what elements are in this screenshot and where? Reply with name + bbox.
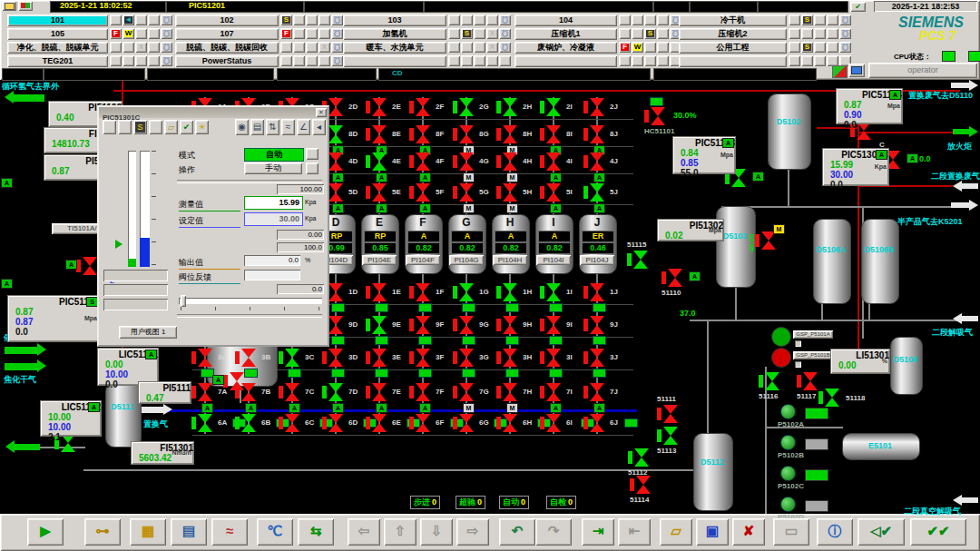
group-icon[interactable] [118, 120, 132, 134]
valve-3H[interactable] [500, 349, 520, 367]
prev-view-icon[interactable]: ◂ [312, 119, 326, 135]
user-view-button[interactable]: 用户视图 1 [119, 326, 177, 339]
valve-4G[interactable] [456, 153, 476, 171]
undo-picture-button[interactable]: ↶ [499, 518, 535, 546]
nav-back-button[interactable]: ⇦ [348, 518, 380, 546]
valve-8G[interactable] [456, 125, 476, 143]
valve-6B[interactable] [239, 414, 259, 432]
valve-3E[interactable] [369, 349, 389, 367]
close-icon[interactable]: ✕ [316, 108, 327, 117]
op-more-button[interactable] [306, 162, 318, 174]
nav-button-压缩机2[interactable]: 压缩机2 [679, 28, 787, 40]
valve-6H[interactable] [500, 414, 520, 432]
valve-1I[interactable] [544, 283, 564, 301]
instrument-PIC51301C[interactable]: PIC51301C15.9930.000.0KpaA [822, 148, 889, 186]
ack-bell-button[interactable]: Ω [839, 42, 851, 53]
check-icon-button[interactable]: ✔ [850, 2, 866, 12]
nav-up-button[interactable]: ⇧ [384, 518, 416, 546]
valve-1J[interactable] [587, 283, 607, 301]
valve-1G[interactable] [456, 283, 476, 301]
output-slider[interactable] [179, 298, 322, 304]
mode-value-button[interactable]: 自动 [244, 148, 304, 162]
picture-switch-button[interactable]: ⇆ [298, 518, 334, 546]
valve-6I[interactable] [544, 414, 564, 432]
valve-51110[interactable] [665, 269, 685, 287]
valve-7J[interactable] [587, 383, 607, 401]
ack-bell-button[interactable]: Ω [331, 28, 343, 39]
valve-51116[interactable] [762, 372, 782, 390]
instrument-FI51301[interactable]: FI513015603.42Nm3/h [131, 441, 194, 465]
valve-3F[interactable] [413, 349, 433, 367]
valve-9F[interactable] [413, 316, 433, 334]
motor-ack-box[interactable] [795, 340, 801, 347]
pump-icon-P5102C[interactable] [780, 466, 796, 481]
valve-9G[interactable] [456, 316, 476, 334]
s-status-icon[interactable]: S [133, 120, 147, 134]
nav-button-加氢机[interactable]: 加氢机 [343, 28, 446, 40]
valve-9H[interactable] [500, 316, 520, 334]
valve-7D[interactable] [326, 383, 346, 401]
valve-51115[interactable] [631, 251, 651, 269]
project-icon[interactable] [2, 1, 16, 11]
slider-thumb[interactable] [181, 295, 186, 307]
nav-button-104[interactable]: 104 [514, 15, 617, 26]
valve-9I[interactable] [544, 316, 564, 334]
valve-6E[interactable] [369, 414, 389, 432]
valve-7F[interactable] [413, 383, 433, 401]
ack-bell-button[interactable]: Ω [331, 55, 343, 66]
valve-6J[interactable] [587, 414, 607, 432]
info-button[interactable]: ⓘ [817, 518, 853, 546]
valve-3G[interactable] [456, 349, 476, 367]
area-icon[interactable] [103, 120, 116, 134]
valve-2E[interactable] [369, 98, 389, 116]
loop-icon[interactable]: ◉ [235, 119, 249, 135]
valve-1H[interactable] [500, 283, 520, 301]
nav-button-102[interactable]: 102 [175, 15, 279, 26]
ack-bell-button[interactable]: Ω [499, 42, 511, 53]
key-login-button[interactable]: ⊶ [84, 518, 121, 546]
valve-4E[interactable] [369, 153, 389, 171]
instrument-PIC51104[interactable]: PIC511040.870.900.0MpaA [836, 88, 903, 124]
picture-in-button[interactable]: ⇥ [582, 518, 614, 546]
valve-6F[interactable] [413, 414, 433, 432]
valve-51111[interactable] [661, 405, 681, 423]
ack-bell-button[interactable]: Ω [499, 28, 511, 39]
valve-2I[interactable] [544, 98, 564, 116]
ack-bell-button[interactable]: Ω [499, 15, 511, 25]
valve-HC51101[interactable] [648, 107, 668, 125]
valve-5H[interactable] [500, 183, 520, 202]
runtime-status-icon[interactable] [18, 1, 33, 11]
nav-button-净化、脱硫、脱碳单元[interactable]: 净化、脱硫、脱碳单元 [7, 42, 108, 54]
valve-unnamed[interactable] [759, 231, 779, 250]
batch-icon[interactable] [149, 120, 162, 134]
valve-8I[interactable] [544, 125, 564, 143]
valve-4J[interactable] [587, 153, 607, 171]
valve-4H[interactable] [500, 153, 520, 171]
valve-unnamed[interactable] [854, 122, 874, 140]
pump-icon-P5102A[interactable] [780, 404, 796, 419]
sp-pointer-icon[interactable] [115, 240, 122, 249]
valve-3C[interactable] [282, 349, 302, 367]
nav-button-冷干机[interactable]: 冷干机 [679, 15, 787, 26]
report-print-button[interactable]: ▤ [171, 518, 207, 546]
valve-51117[interactable] [800, 372, 820, 390]
faceplate-dialog-pic51301c[interactable]: PIC51301C ✕ S▱✔☀◉▤⇅≈∠◂ E 模式 自动 操作 手动 100… [97, 105, 329, 347]
valve-5E[interactable] [369, 183, 389, 202]
valve-7C[interactable] [282, 383, 302, 401]
valve-51112[interactable] [632, 448, 652, 467]
valve-5G[interactable] [456, 183, 476, 202]
nav-button-101[interactable]: 101 [7, 15, 108, 26]
measure-temp-button[interactable]: ℃ [257, 518, 293, 546]
pump-icon-P5102B[interactable] [780, 435, 796, 450]
nav-button-103[interactable]: 103 [343, 15, 446, 26]
dialog-title-bar[interactable]: PIC51301C ✕ [99, 107, 328, 118]
ack-bell-button[interactable]: Ω [161, 28, 172, 39]
valve-2G[interactable] [456, 98, 476, 116]
valve-2J[interactable] [587, 98, 607, 116]
valve-6G[interactable] [456, 414, 476, 432]
valve-3I[interactable] [544, 349, 564, 367]
nav-button-暖车、水洗单元[interactable]: 暖车、水洗单元 [343, 42, 446, 54]
valve-6C[interactable] [282, 414, 302, 432]
valve-2H[interactable] [500, 98, 520, 116]
picture-out-button[interactable]: ⇤ [618, 518, 651, 546]
